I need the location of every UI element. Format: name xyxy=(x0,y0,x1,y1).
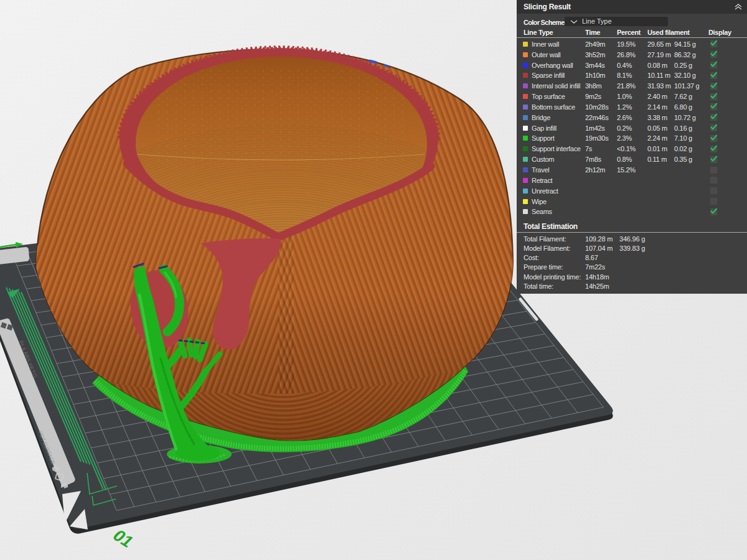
svg-text:01: 01 xyxy=(109,526,138,551)
